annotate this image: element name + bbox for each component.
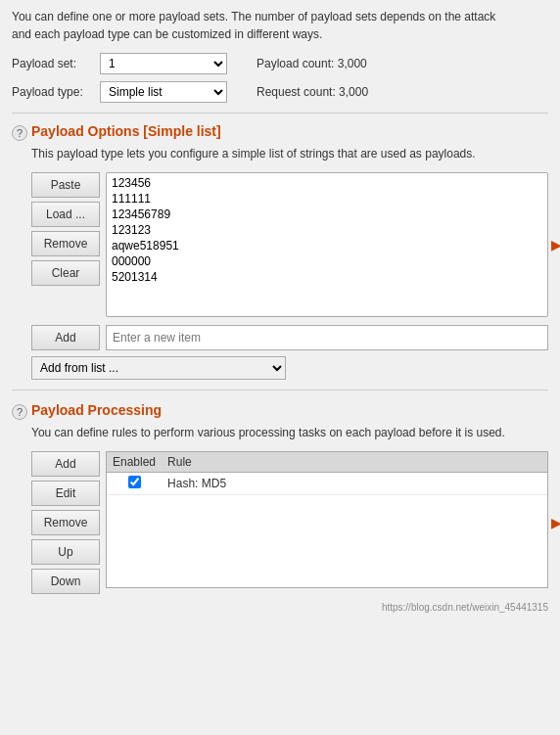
remove-button[interactable]: Remove bbox=[31, 231, 100, 256]
proc-up-button[interactable]: Up bbox=[31, 539, 100, 565]
payload-set-select[interactable]: 1 2 3 bbox=[100, 53, 227, 74]
proc-btn-column: Add Edit Remove Up Down bbox=[31, 451, 100, 594]
payload-options-section: ? Payload Options [Simple list] This pay… bbox=[12, 123, 548, 380]
proc-enabled-checkbox[interactable] bbox=[128, 476, 141, 488]
proc-rule-cell: Hash: MD5 bbox=[162, 473, 547, 495]
request-count-info: Request count: 3,000 bbox=[257, 85, 368, 99]
paste-button[interactable]: Paste bbox=[31, 172, 100, 198]
payload-processing-title: Payload Processing bbox=[31, 402, 162, 418]
payload-options-desc: This payload type lets you configure a s… bbox=[31, 145, 548, 162]
add-from-list-select[interactable]: Add from list ... bbox=[31, 356, 286, 380]
payload-processing-desc: You can define rules to perform various … bbox=[31, 424, 548, 441]
divider-1 bbox=[12, 113, 548, 114]
payload-btn-column: Paste Load ... Remove Clear bbox=[31, 172, 100, 317]
proc-table-header: Enabled Rule bbox=[107, 452, 547, 473]
payload-set-label: Payload set: bbox=[12, 57, 100, 70]
payload-options-area: Paste Load ... Remove Clear 123456111111… bbox=[31, 172, 548, 317]
proc-add-button[interactable]: Add bbox=[31, 451, 100, 477]
watermark: https://blog.csdn.net/weixin_45441315 bbox=[12, 602, 548, 613]
processing-table-container: Enabled Rule Hash: MD5 bbox=[106, 451, 548, 588]
payload-count-info: Payload count: 3,000 bbox=[257, 57, 367, 70]
col-rule: Rule bbox=[162, 452, 547, 473]
payload-options-header: Payload Options [Simple list] bbox=[31, 123, 548, 139]
add-item-row: Add bbox=[31, 325, 548, 350]
proc-remove-button[interactable]: Remove bbox=[31, 510, 100, 535]
add-button[interactable]: Add bbox=[31, 325, 100, 350]
proc-enabled-cell bbox=[107, 473, 162, 495]
payload-type-label: Payload type: bbox=[12, 85, 100, 99]
proc-edit-button[interactable]: Edit bbox=[31, 481, 100, 506]
payload-options-title: Payload Options [Simple list] bbox=[31, 123, 221, 139]
payload-processing-help-icon[interactable]: ? bbox=[12, 404, 27, 420]
payload-set-row: Payload set: 1 2 3 Payload count: 3,000 bbox=[12, 53, 548, 74]
payload-processing-header: Payload Processing bbox=[31, 402, 548, 418]
processing-area: Add Edit Remove Up Down Enabled Rule bbox=[31, 451, 548, 594]
new-item-input[interactable] bbox=[106, 325, 548, 350]
payload-processing-section: ? Payload Processing You can define rule… bbox=[12, 402, 548, 594]
payload-options-help-icon[interactable]: ? bbox=[12, 125, 27, 141]
payload-type-row: Payload type: Simple list Runtime file C… bbox=[12, 81, 548, 103]
load-button[interactable]: Load ... bbox=[31, 202, 100, 227]
payload-list[interactable]: 123456111111123456789123123aqwe518951000… bbox=[106, 172, 548, 317]
payload-type-select[interactable]: Simple list Runtime file Custom iterator bbox=[100, 81, 227, 103]
divider-2 bbox=[12, 390, 548, 390]
proc-table-wrapper: Enabled Rule Hash: MD5 ▶ bbox=[106, 451, 548, 594]
clear-button[interactable]: Clear bbox=[31, 260, 100, 286]
proc-arrow-indicator: ▶ bbox=[551, 515, 560, 530]
processing-table: Enabled Rule Hash: MD5 bbox=[107, 452, 547, 495]
payload-list-container: 123456111111123456789123123aqwe518951000… bbox=[106, 172, 548, 317]
table-row: Hash: MD5 bbox=[107, 473, 547, 495]
col-enabled: Enabled bbox=[107, 452, 162, 473]
proc-down-button[interactable]: Down bbox=[31, 569, 100, 594]
list-arrow-indicator: ▶ bbox=[551, 237, 560, 253]
add-from-list-row: Add from list ... bbox=[31, 356, 548, 380]
intro-text: You can define one or more payload sets.… bbox=[12, 8, 548, 43]
